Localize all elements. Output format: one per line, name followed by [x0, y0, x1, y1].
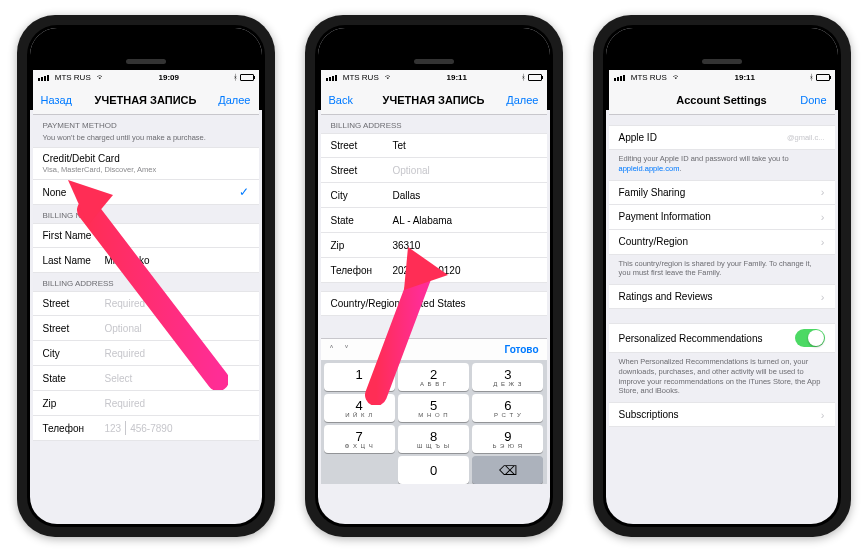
bluetooth-icon: ᚼ: [809, 73, 814, 82]
key-7[interactable]: 7Ф Х Ц Ч: [324, 425, 395, 453]
zip-value: 36310: [393, 240, 421, 251]
country-region-cell[interactable]: Country/Region ›: [609, 230, 835, 255]
first-name-cell[interactable]: First Name S v: [33, 223, 259, 248]
wifi-icon: ᯤ: [673, 73, 681, 82]
status-bar: MTS RUS ᯤ 19:09 ᚼ: [33, 70, 259, 85]
credit-card-cell[interactable]: Credit/Debit Card Visa, MasterCard, Disc…: [33, 147, 259, 180]
key-4[interactable]: 4И Й К Л: [324, 394, 395, 422]
numeric-keypad: 1 2А Б В Г 3Д Е Ж З 4И Й К Л 5М Н О П 6Р…: [321, 360, 547, 484]
chevron-right-icon: ›: [821, 291, 825, 303]
chevron-right-icon: ›: [821, 186, 825, 198]
state-label: State: [43, 373, 105, 384]
keyboard-toolbar: ˄ ˅ Готово: [321, 338, 547, 360]
family-sharing-label: Family Sharing: [619, 187, 686, 198]
battery-icon: [528, 74, 542, 81]
screen-1: MTS RUS ᯤ 19:09 ᚼ Назад УЧЕТНАЯ ЗАПИСЬ Д…: [33, 70, 259, 484]
city-cell[interactable]: City Dallas: [321, 183, 547, 208]
zip-cell[interactable]: Zip Required: [33, 391, 259, 416]
phone-num-value: 555-0120: [418, 265, 460, 276]
done-button[interactable]: Done: [777, 94, 827, 106]
key-empty: [324, 456, 395, 484]
key-8[interactable]: 8Ш Щ Ъ Ы: [398, 425, 469, 453]
city-label: City: [43, 348, 105, 359]
state-cell[interactable]: State Select: [33, 366, 259, 391]
key-6[interactable]: 6Р С Т У: [472, 394, 543, 422]
zip-cell[interactable]: Zip 36310: [321, 233, 547, 258]
none-cell[interactable]: None ✓: [33, 180, 259, 205]
kb-done-button[interactable]: Готово: [504, 344, 538, 355]
street-cell[interactable]: Street Required: [33, 291, 259, 316]
last-name-cell[interactable]: Last Name Mikhay ko: [33, 248, 259, 273]
carrier-label: MTS RUS: [55, 73, 91, 82]
state-cell[interactable]: State AL - Alabama: [321, 208, 547, 233]
phone-separator: [413, 263, 414, 277]
signal-icon: [38, 75, 49, 81]
street2-label: Street: [43, 323, 105, 334]
key-9[interactable]: 9Ь Э Ю Я: [472, 425, 543, 453]
phone-cell[interactable]: Телефон 123 456-7890: [33, 416, 259, 441]
phone-mockup-1: MTS RUS ᯤ 19:09 ᚼ Назад УЧЕТНАЯ ЗАПИСЬ Д…: [17, 15, 275, 537]
signal-icon: [614, 75, 625, 81]
chevron-right-icon: ›: [821, 211, 825, 223]
country-cell[interactable]: Country/Region: United States: [321, 291, 547, 316]
key-2[interactable]: 2А Б В Г: [398, 363, 469, 391]
personalized-cell[interactable]: Personalized Recommendations: [609, 323, 835, 353]
key-0[interactable]: 0: [398, 456, 469, 484]
toggle-switch[interactable]: [795, 329, 825, 347]
city-label: City: [331, 190, 393, 201]
country-region-note: This country/region is shared by your Fa…: [609, 255, 835, 285]
credit-card-title: Credit/Debit Card: [43, 153, 157, 164]
state-label: State: [331, 215, 393, 226]
city-placeholder: Required: [105, 348, 146, 359]
family-sharing-cell[interactable]: Family Sharing ›: [609, 180, 835, 205]
apple-id-note: Editing your Apple ID and password will …: [609, 150, 835, 180]
back-button[interactable]: Назад: [41, 94, 91, 106]
apple-id-link[interactable]: appleid.apple.com: [619, 164, 680, 173]
battery-icon: [816, 74, 830, 81]
battery-icon: [240, 74, 254, 81]
street-placeholder: Required: [105, 298, 146, 309]
screen-2: MTS RUS ᯤ 19:11 ᚼ Back УЧЕТНАЯ ЗАПИСЬ Да…: [321, 70, 547, 484]
time-label: 19:11: [393, 73, 521, 82]
phone-label: Телефон: [331, 265, 393, 276]
status-bar: MTS RUS ᯤ 19:11 ᚼ: [321, 70, 547, 85]
phone-separator: [125, 421, 126, 435]
key-3[interactable]: 3Д Е Ж З: [472, 363, 543, 391]
phone-num-placeholder: 456-7890: [130, 423, 172, 434]
carrier-label: MTS RUS: [343, 73, 379, 82]
nav-title: УЧЕТНАЯ ЗАПИСЬ: [91, 94, 201, 106]
apple-id-cell[interactable]: Apple ID @gmail.c...: [609, 125, 835, 150]
time-label: 19:11: [681, 73, 809, 82]
street-cell[interactable]: Street Tet: [321, 133, 547, 158]
signal-icon: [326, 75, 337, 81]
kb-up-icon[interactable]: ˄: [329, 344, 334, 355]
nav-title: Account Settings: [667, 94, 777, 106]
back-button[interactable]: Back: [329, 94, 379, 106]
first-name-value: S v: [105, 230, 119, 241]
first-name-label: First Name: [43, 230, 105, 241]
time-label: 19:09: [105, 73, 233, 82]
city-cell[interactable]: City Required: [33, 341, 259, 366]
next-button[interactable]: Далее: [201, 94, 251, 106]
billing-address-header: BILLING ADDRESS: [321, 115, 547, 133]
payment-info-cell[interactable]: Payment Information ›: [609, 205, 835, 230]
key-backspace[interactable]: ⌫: [472, 456, 543, 484]
ratings-cell[interactable]: Ratings and Reviews ›: [609, 284, 835, 309]
checkmark-icon: ✓: [239, 185, 249, 199]
street2-cell[interactable]: Street Optional: [321, 158, 547, 183]
city-value: Dallas: [393, 190, 421, 201]
zip-placeholder: Required: [105, 398, 146, 409]
nav-bar: Account Settings Done: [609, 85, 835, 115]
bluetooth-icon: ᚼ: [233, 73, 238, 82]
state-placeholder: Select: [105, 373, 133, 384]
payment-method-header: PAYMENT METHOD: [33, 115, 259, 133]
key-5[interactable]: 5М Н О П: [398, 394, 469, 422]
kb-down-icon[interactable]: ˅: [344, 344, 349, 355]
subscriptions-cell[interactable]: Subscriptions ›: [609, 402, 835, 427]
key-1[interactable]: 1: [324, 363, 395, 391]
phone-code-placeholder: 123: [105, 423, 122, 434]
phone-code-value: 202: [393, 265, 410, 276]
street2-cell[interactable]: Street Optional: [33, 316, 259, 341]
next-button[interactable]: Далее: [489, 94, 539, 106]
phone-cell[interactable]: Телефон 202 555-0120: [321, 258, 547, 283]
